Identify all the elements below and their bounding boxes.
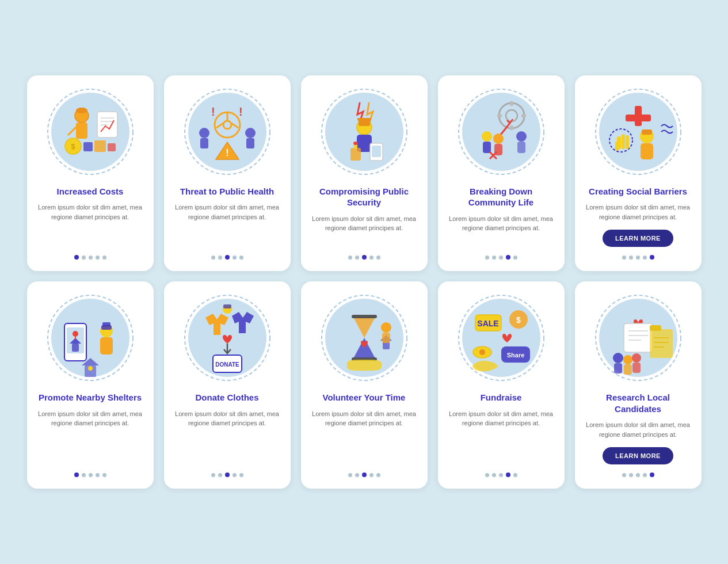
svg-point-116 <box>613 353 623 363</box>
card-donate-clothes: DONATE Donate Clothes Lorem ipsum dolor … <box>164 281 291 489</box>
dot-5 <box>650 255 654 260</box>
dot-3 <box>499 473 503 477</box>
learn-more-button[interactable]: LEARN MORE <box>603 230 673 247</box>
svg-point-57 <box>516 131 527 142</box>
svg-rect-30 <box>246 138 254 148</box>
dot-5 <box>513 473 517 477</box>
dot-4 <box>369 473 373 477</box>
dot-4 <box>96 256 100 260</box>
svg-rect-15 <box>108 143 116 151</box>
dot-1 <box>211 256 215 260</box>
community-illustration <box>455 86 547 178</box>
svg-point-29 <box>245 128 256 138</box>
learn-more-button-2[interactable]: LEARN MORE <box>603 447 673 464</box>
dot-3 <box>225 255 230 260</box>
svg-rect-13 <box>83 142 93 151</box>
dot-1 <box>74 255 79 260</box>
dot-2 <box>355 256 359 260</box>
svg-rect-52 <box>483 142 491 153</box>
card-threat-public-health: ! ! ! Threat to Public Health Lorem ipsu… <box>164 75 291 272</box>
card-title: Increased Costs <box>57 186 124 197</box>
dot-1 <box>485 256 489 260</box>
dot-4 <box>369 256 373 260</box>
dot-3 <box>89 256 93 260</box>
dot-2 <box>218 256 222 260</box>
card-body: Lorem ipsum dolor sit dim amet, mea regi… <box>36 409 144 465</box>
card-dots <box>74 472 106 477</box>
dot-2 <box>82 473 86 477</box>
card-body: Lorem ipsum dolor sit dim amet, mea regi… <box>310 214 418 247</box>
dot-5 <box>239 256 243 260</box>
svg-rect-64 <box>642 129 652 135</box>
card-body: Lorem ipsum dolor sit dim amet, mea regi… <box>584 420 692 439</box>
card-body: Lorem ipsum dolor sit dim amet, mea regi… <box>173 409 281 465</box>
donate-illustration: DONATE <box>181 292 273 384</box>
card-compromising-public-security: Compromising Public Security Lorem ipsum… <box>301 75 428 272</box>
card-title: Promote Nearby Shelters <box>39 392 142 403</box>
svg-rect-28 <box>200 138 208 148</box>
card-dots <box>211 472 243 477</box>
dot-4 <box>506 472 510 477</box>
card-body: Lorem ipsum dolor sit dim amet, mea regi… <box>173 203 281 247</box>
card-title: Creating Social Barriers <box>589 186 687 197</box>
svg-rect-34 <box>359 120 370 126</box>
dot-2 <box>629 256 633 260</box>
research-illustration <box>592 292 684 384</box>
dot-5 <box>376 256 380 260</box>
card-title: Volunteer Your Time <box>323 392 406 403</box>
card-body: Lorem ipsum dolor sit dim amet, mea regi… <box>584 203 692 222</box>
svg-text:$: $ <box>71 142 75 151</box>
dot-2 <box>82 256 86 260</box>
dot-1 <box>211 473 215 477</box>
card-dots <box>622 472 654 477</box>
card-breaking-down-community-life: Breaking Down Community Life Lorem ipsum… <box>438 75 565 272</box>
dot-5 <box>513 256 517 260</box>
svg-rect-123 <box>650 325 661 331</box>
dot-4 <box>643 256 647 260</box>
svg-rect-39 <box>350 148 361 161</box>
svg-text:$: $ <box>516 315 521 325</box>
card-body: Lorem ipsum dolor sit dim amet, mea regi… <box>310 409 418 465</box>
card-research-local-candidates: Research Local Candidates Lorem ipsum do… <box>575 281 702 489</box>
card-volunteer-your-time: Volunteer Your Time Lorem ipsum dolor si… <box>301 281 428 489</box>
security-illustration <box>318 86 410 178</box>
cards-grid: $ Increased Costs Lorem ipsum dolor sit … <box>27 75 702 489</box>
svg-rect-38 <box>372 146 381 157</box>
svg-rect-5 <box>79 108 85 112</box>
svg-text:Share: Share <box>506 352 524 359</box>
dot-4 <box>506 255 510 260</box>
dot-1 <box>348 473 352 477</box>
dot-4 <box>643 473 647 477</box>
volunteer-illustration <box>318 292 410 384</box>
dot-5 <box>650 472 654 477</box>
svg-point-51 <box>482 131 492 142</box>
card-body: Lorem ipsum dolor sit dim amet, mea regi… <box>447 214 555 247</box>
card-body: Lorem ipsum dolor sit dim amet, mea regi… <box>36 203 144 247</box>
svg-rect-117 <box>614 363 622 374</box>
card-dots <box>74 255 106 260</box>
svg-rect-76 <box>72 344 79 352</box>
svg-point-59 <box>599 93 677 171</box>
svg-point-42 <box>462 93 540 171</box>
dot-4 <box>232 473 237 477</box>
fundraise-illustration: SALE $ Share <box>455 292 547 384</box>
card-title: Research Local Candidates <box>584 392 692 414</box>
dot-2 <box>492 256 496 260</box>
dot-3 <box>89 473 93 477</box>
health-illustration: ! ! ! <box>181 86 273 178</box>
costs-illustration: $ <box>44 86 136 178</box>
dot-5 <box>102 256 106 260</box>
card-title: Threat to Public Health <box>180 186 274 197</box>
dot-1 <box>74 472 79 477</box>
dot-5 <box>376 473 380 477</box>
svg-point-120 <box>632 353 641 363</box>
svg-rect-49 <box>521 114 526 117</box>
card-title: Breaking Down Community Life <box>447 186 555 208</box>
card-dots <box>211 255 243 260</box>
svg-rect-46 <box>510 101 513 106</box>
svg-text:!: ! <box>211 105 215 118</box>
card-promote-nearby-shelters: Promote Nearby Shelters Lorem ipsum dolo… <box>27 281 154 489</box>
dot-4 <box>96 473 100 477</box>
dot-5 <box>102 473 106 477</box>
card-title: Compromising Public Security <box>310 186 418 208</box>
